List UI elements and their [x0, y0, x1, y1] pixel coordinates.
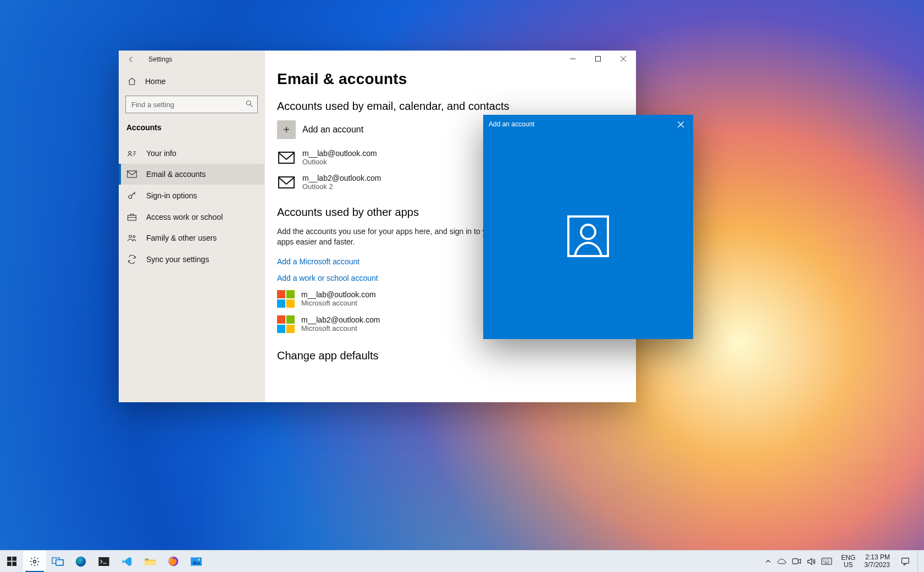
svg-rect-30	[902, 558, 909, 563]
plus-icon: +	[277, 120, 296, 139]
system-tray[interactable]	[762, 558, 836, 565]
clock[interactable]: 2:13 PM 3/7/2023	[861, 554, 893, 569]
account-text: m__lab@outlook.com Outlook	[302, 149, 377, 166]
sidebar-item-your-info[interactable]: Your info	[119, 143, 264, 164]
sidebar-item-family[interactable]: Family & other users	[119, 227, 264, 248]
svg-rect-13	[12, 557, 16, 561]
taskbar-app-explorer[interactable]	[139, 551, 162, 572]
titlebar-left: Settings	[119, 51, 264, 68]
meet-now-icon[interactable]	[792, 558, 801, 565]
lang-bottom: US	[841, 562, 855, 569]
window-title: Settings	[148, 55, 172, 63]
svg-rect-14	[7, 562, 12, 566]
key-icon	[126, 191, 137, 201]
sidebar-item-work-school[interactable]: Access work or school	[119, 207, 264, 227]
back-icon[interactable]	[126, 54, 136, 64]
taskbar-app-photos[interactable]	[185, 551, 208, 572]
svg-rect-9	[279, 177, 294, 188]
clock-date: 3/7/2023	[864, 562, 890, 569]
maximize-button[interactable]	[585, 51, 611, 67]
svg-point-16	[34, 560, 36, 563]
search-wrapper	[125, 96, 258, 113]
dialog-title: Add an account	[489, 120, 534, 128]
svg-rect-23	[146, 558, 148, 560]
dialog-body	[483, 134, 693, 339]
svg-rect-15	[12, 562, 16, 566]
home-icon	[126, 77, 137, 86]
taskbar-left	[0, 551, 208, 572]
lang-top: ENG	[841, 554, 855, 562]
sidebar-item-label: Access work or school	[146, 213, 223, 221]
svg-point-0	[247, 101, 251, 105]
sidebar-item-label: Email & accounts	[146, 170, 206, 179]
window-controls	[560, 51, 636, 67]
sidebar-item-label: Family & other users	[146, 234, 217, 242]
section-change-defaults: Change app defaults	[277, 349, 624, 362]
taskbar-app-vscode[interactable]	[115, 551, 139, 572]
section-email-accounts: Accounts used by email, calendar, and co…	[277, 100, 624, 113]
svg-rect-10	[568, 216, 608, 256]
sidebar-item-label: Sync your settings	[146, 255, 209, 264]
person-outline-icon	[566, 214, 610, 258]
sidebar-item-sign-in[interactable]: Sign-in options	[119, 185, 264, 207]
account-type: Microsoft account	[301, 324, 380, 332]
svg-point-11	[581, 225, 595, 239]
account-address: m__lab@outlook.com	[301, 290, 376, 299]
taskbar-app-taskview[interactable]	[46, 551, 69, 572]
account-text: m__lab2@outlook.com Microsoft account	[301, 315, 380, 332]
mail-icon	[277, 175, 296, 190]
account-provider: Outlook 2	[302, 182, 381, 191]
dialog-close-button[interactable]	[673, 117, 688, 131]
close-button[interactable]	[611, 51, 636, 67]
action-center-icon[interactable]	[897, 557, 914, 566]
person-card-icon	[126, 149, 137, 158]
sidebar-item-label: Sign-in options	[146, 191, 197, 200]
clock-time: 2:13 PM	[864, 554, 890, 562]
start-button[interactable]	[0, 551, 23, 572]
microsoft-logo-icon	[277, 290, 295, 308]
account-provider: Outlook	[302, 158, 377, 166]
page-title: Email & accounts	[277, 70, 624, 88]
taskbar-app-firefox[interactable]	[162, 551, 185, 572]
sidebar-item-home[interactable]: Home	[119, 71, 264, 91]
sidebar-category: Accounts	[119, 116, 264, 135]
sync-icon	[126, 254, 137, 264]
svg-rect-7	[596, 57, 601, 62]
taskbar-app-edge[interactable]	[69, 551, 92, 572]
svg-rect-4	[128, 215, 136, 220]
svg-rect-25	[191, 557, 202, 565]
svg-rect-29	[822, 558, 832, 564]
taskbar: ENG US 2:13 PM 3/7/2023	[0, 550, 924, 572]
sidebar-item-sync[interactable]: Sync your settings	[119, 248, 264, 270]
onedrive-icon[interactable]	[777, 558, 787, 565]
account-text: m__lab2@outlook.com Outlook 2	[302, 174, 381, 191]
account-address: m__lab2@outlook.com	[302, 174, 381, 182]
taskbar-app-settings[interactable]	[23, 551, 46, 572]
chevron-up-icon[interactable]	[765, 558, 771, 564]
volume-icon[interactable]	[807, 558, 816, 565]
mail-icon	[277, 151, 296, 165]
settings-sidebar: Settings Home Accounts Your info	[119, 51, 265, 402]
account-text: m__lab@outlook.com Microsoft account	[301, 290, 376, 307]
minimize-button[interactable]	[560, 51, 585, 67]
account-type: Microsoft account	[301, 299, 376, 307]
sidebar-items: Your info Email & accounts Sign-in optio…	[119, 143, 264, 270]
keyboard-icon[interactable]	[821, 558, 832, 565]
search-icon	[245, 99, 253, 108]
show-desktop-button[interactable]	[917, 551, 922, 572]
add-account-dialog: Add an account	[483, 115, 693, 339]
svg-rect-21	[98, 557, 109, 566]
language-indicator[interactable]: ENG US	[839, 554, 857, 568]
svg-rect-2	[128, 171, 137, 177]
home-label: Home	[145, 77, 165, 86]
briefcase-icon	[126, 213, 137, 221]
mail-icon	[126, 170, 137, 178]
svg-rect-18	[56, 559, 64, 565]
svg-rect-12	[7, 557, 12, 561]
dialog-header: Add an account	[483, 115, 693, 134]
svg-point-5	[129, 235, 132, 238]
svg-rect-28	[793, 559, 798, 564]
search-input[interactable]	[125, 96, 258, 113]
sidebar-item-email-accounts[interactable]: Email & accounts	[119, 164, 264, 185]
taskbar-app-terminal[interactable]	[92, 551, 115, 572]
